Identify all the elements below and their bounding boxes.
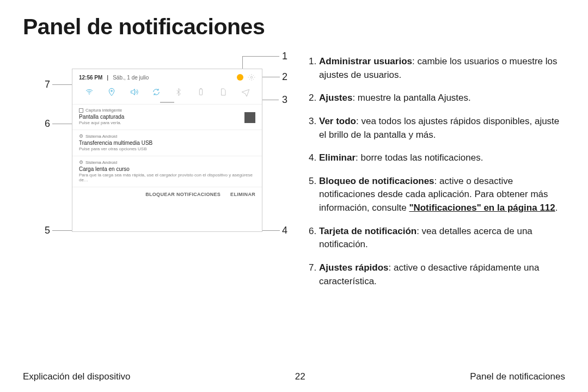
gear-icon: ⚙ [79,160,83,165]
legend-item-5: Bloqueo de notificaciones: active o desa… [319,175,565,215]
callout-7: 7 [45,79,50,90]
legend-item-2: Ajustes: muestre la pantalla Ajustes. [319,91,565,105]
svg-point-1 [89,94,89,94]
notification-actions: BLOQUEAR NOTIFICACIONES ELIMINAR [72,187,262,201]
legend-item-7: Ajustes rápidos: active o desactive rápi… [319,261,565,288]
callout-1: 1 [282,51,287,62]
callout-3: 3 [282,94,287,106]
sim-icon[interactable] [219,88,228,97]
svg-point-2 [111,90,112,92]
notification-card[interactable]: Captura inteligente Pantalla capturada P… [72,104,262,130]
block-notifications-button[interactable]: BLOQUEAR NOTIFICACIONES [145,192,220,197]
callout-6: 6 [45,118,50,130]
figure-column: 1 2 3 4 5 6 7 12:56 PM | Sáb., 1 de juli… [23,55,290,289]
notification-card[interactable]: ⚙Sistema Android Carga lenta en curso Pa… [72,156,262,187]
notif-subtitle: Pulse para ver otras opciones USB [79,146,255,151]
bluetooth-icon[interactable] [174,88,183,97]
notification-card[interactable]: ⚙Sistema Android Transferencia multimedi… [72,130,262,156]
quick-settings-row [72,85,262,102]
svg-rect-3 [199,89,202,95]
callout-2: 2 [282,71,287,83]
content: 1 2 3 4 5 6 7 12:56 PM | Sáb., 1 de juli… [23,55,565,298]
notif-app-row: Captura inteligente [79,108,255,113]
user-icon[interactable] [237,74,243,81]
legend-list: Administrar usuarios: cambie los usuario… [307,55,565,288]
callout-5: 5 [45,225,50,236]
notif-app-name: Sistema Android [85,134,117,139]
legend-item-6: Tarjeta de notificación: vea detalles ac… [319,225,565,252]
status-time: 12:56 PM [79,75,102,81]
power-saving-icon[interactable] [197,88,205,97]
expand-handle[interactable] [160,102,174,103]
notif-app-row: ⚙Sistema Android [79,133,255,139]
airplane-icon[interactable] [241,88,250,97]
legend-item-1: Administrar usuarios: cambie los usuario… [319,55,565,82]
notif-thumbnail [244,112,255,123]
app-icon [79,108,83,113]
page-title: Panel de notificaciones [23,14,565,40]
page-reference-link[interactable]: "Notificaciones" en la página 112 [409,203,555,213]
footer-left: Explicación del dispositivo [23,371,131,382]
sound-icon[interactable] [130,88,138,97]
legend-item-3: Ver todo: vea todos los ajustes rápidos … [319,115,565,142]
wifi-icon[interactable] [85,88,94,97]
clear-button[interactable]: ELIMINAR [230,192,255,197]
status-date: Sáb., 1 de julio [113,75,149,81]
notif-title: Carga lenta en curso [79,166,255,172]
notification-panel: 12:56 PM | Sáb., 1 de julio [72,69,262,232]
page-footer: Explicación del dispositivo 22 Panel de … [23,371,565,382]
footer-page-number: 22 [295,371,305,382]
legend-item-4: Eliminar: borre todas las notificaciones… [319,151,565,165]
notif-app-row: ⚙Sistema Android [79,160,255,165]
status-bar: 12:56 PM | Sáb., 1 de julio [72,69,262,85]
leader-1h [242,56,279,57]
notif-app-name: Sistema Android [85,160,117,165]
notif-subtitle: Pulse aquí para verla. [79,120,255,125]
footer-right: Panel de notificaciones [470,371,565,382]
location-icon[interactable] [107,88,116,97]
notif-title: Transferencia multimedia USB [79,140,255,146]
svg-point-0 [250,76,253,78]
legend-column: Administrar usuarios: cambie los usuario… [307,55,565,298]
notif-title: Pantalla capturada [79,114,255,120]
callout-4: 4 [282,225,287,236]
notif-app-name: Captura inteligente [85,108,122,113]
gear-icon: ⚙ [79,133,83,139]
settings-icon[interactable] [248,74,255,81]
status-separator: | [107,75,108,81]
notif-subtitle: Para que la carga sea más rápida, use el… [79,173,255,182]
rotate-icon[interactable] [152,88,161,97]
